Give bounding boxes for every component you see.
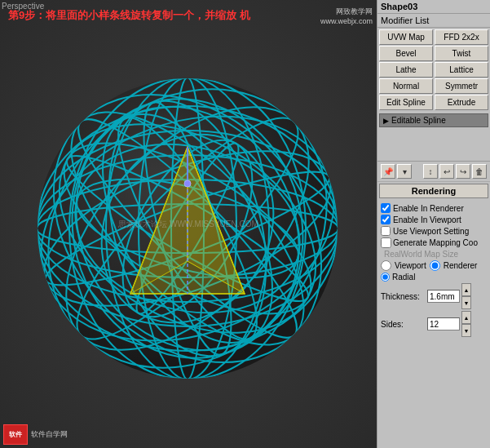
sides-input[interactable] (427, 317, 460, 330)
redo-icon[interactable]: ↪ (456, 164, 470, 179)
expand-arrow-icon: ▶ (383, 117, 389, 125)
rendering-section-header: Rendering (379, 184, 488, 198)
btn-bevel[interactable]: Bevel (379, 46, 433, 61)
watermark-center: 思索技术论坛 WWW.MISSYUEN.COM (118, 219, 258, 230)
sides-up-btn[interactable]: ▲ (461, 311, 471, 324)
undo-icon[interactable]: ↩ (439, 164, 454, 179)
enable-renderer-label: Enable In Renderer (393, 204, 464, 213)
realworld-label: RealWorld Map Size (381, 250, 487, 259)
thickness-up-btn[interactable]: ▲ (461, 283, 471, 296)
sides-row: Sides: ▲ ▼ (381, 311, 487, 337)
icons-row: 📌 ▾ ↕ ↩ ↪ 🗑 (377, 162, 490, 182)
enable-viewport-row: Enable In Viewport (381, 215, 487, 224)
panel-divider (377, 129, 490, 162)
thickness-label: Thickness: (381, 292, 426, 301)
btn-row-5: Edit Spline Extrude (379, 95, 488, 110)
btn-normal[interactable]: Normal (379, 78, 433, 94)
btn-row-1: UVW Map FFD 2x2x (379, 29, 488, 45)
renderer-radio[interactable] (430, 260, 440, 271)
trash-icon[interactable]: 🗑 (472, 164, 487, 179)
btn-edit-spline[interactable]: Edit Spline (379, 95, 433, 110)
generate-mapping-label: Generate Mapping Coo (393, 238, 478, 247)
move-icon[interactable]: ↕ (423, 164, 438, 179)
radial-radio[interactable] (381, 273, 390, 282)
bottom-logos: 软件 软件自学网 (3, 424, 68, 445)
btn-lathe[interactable]: Lathe (379, 62, 433, 78)
thickness-input[interactable] (427, 290, 460, 303)
shape-name: Shape03 (381, 2, 417, 11)
editable-spline-label: Editable Spline (391, 116, 446, 125)
watermark-top: 网致教学网 www.webjx.com (320, 7, 373, 25)
instruction-text: 第9步：将里面的小样条线旋转复制一个，并缩放 机 (8, 8, 250, 23)
use-viewport-row: Use Viewport Setting (381, 226, 487, 236)
generate-mapping-checkbox[interactable] (381, 237, 391, 248)
enable-renderer-checkbox[interactable] (381, 203, 391, 213)
sides-label: Sides: (381, 320, 426, 329)
thickness-down-btn[interactable]: ▼ (461, 296, 471, 309)
editable-spline-header[interactable]: ▶ Editable Spline (379, 113, 488, 127)
btn-lattice[interactable]: Lattice (435, 62, 488, 78)
enable-viewport-label: Enable In Viewport (393, 215, 461, 224)
enable-renderer-row: Enable In Renderer (381, 203, 487, 213)
funnel-icon[interactable]: ▾ (397, 164, 412, 179)
right-panel: Shape03 Modifier List UVW Map FFD 2x2x B… (377, 0, 490, 448)
sides-down-btn[interactable]: ▼ (461, 324, 471, 337)
viewport-radio-row: Viewport Renderer (381, 260, 487, 271)
pin-icon[interactable]: 📌 (381, 164, 395, 179)
svg-point-39 (184, 180, 191, 187)
btn-ffd[interactable]: FFD 2x2x (435, 29, 488, 45)
logo-box-1: 软件 (3, 424, 28, 445)
renderer-radio-label: Renderer (444, 261, 478, 270)
use-viewport-label: Use Viewport Setting (393, 227, 469, 236)
radial-row: Radial (381, 273, 487, 282)
thickness-row: Thickness: ▲ ▼ (381, 283, 487, 309)
watermark-bottom: 软件自学网 (31, 429, 68, 440)
btn-twist[interactable]: Twist (435, 46, 488, 61)
btn-row-4: Normal Symmetr (379, 78, 488, 94)
shape-header: Shape03 (377, 0, 490, 14)
modifier-buttons: UVW Map FFD 2x2x Bevel Twist Lathe Latti… (377, 28, 490, 112)
viewport-panel[interactable]: Perspective 第9步：将里面的小样条线旋转复制一个，并缩放 机 网致教… (0, 0, 377, 448)
use-viewport-checkbox[interactable] (381, 226, 391, 236)
btn-symmetry[interactable]: Symmetr (435, 78, 488, 94)
btn-row-2: Bevel Twist (379, 46, 488, 61)
modifier-list-label: Modifier List (377, 14, 490, 28)
generate-row: Generate Mapping Coo (381, 237, 487, 248)
viewport-radio[interactable] (381, 260, 391, 271)
btn-row-3: Lathe Lattice (379, 62, 488, 78)
radial-label: Radial (392, 273, 415, 282)
viewport-radio-label: Viewport (395, 261, 426, 270)
btn-uvw-map[interactable]: UVW Map (379, 29, 433, 45)
enable-viewport-checkbox[interactable] (381, 215, 391, 224)
rendering-section: Enable In Renderer Enable In Viewport Us… (377, 200, 490, 340)
btn-extrude[interactable]: Extrude (435, 95, 488, 110)
